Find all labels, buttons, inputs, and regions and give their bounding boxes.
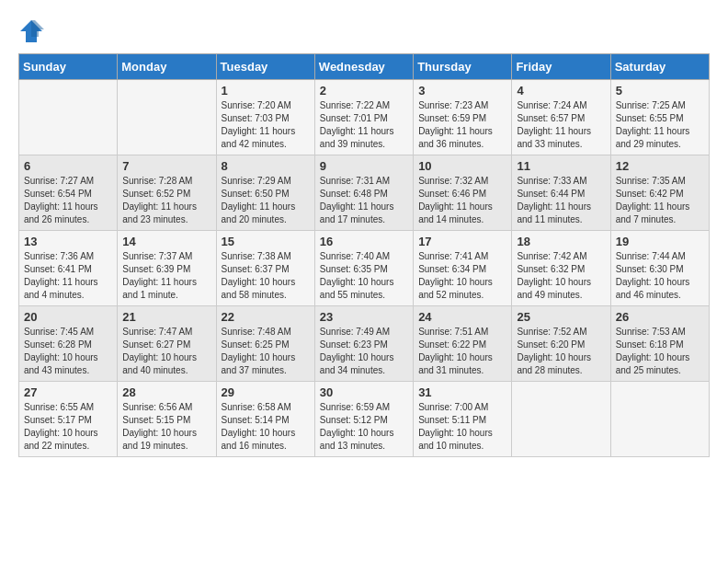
cell-content: Sunrise: 7:29 AM Sunset: 6:50 PM Dayligh… [222, 175, 310, 226]
calendar-week-row: 27Sunrise: 6:55 AM Sunset: 5:17 PM Dayli… [19, 382, 710, 457]
cell-content: Sunrise: 7:45 AM Sunset: 6:28 PM Dayligh… [24, 326, 112, 377]
day-of-week-header: Thursday [414, 54, 512, 80]
day-number: 10 [418, 159, 506, 173]
day-number: 8 [222, 159, 310, 173]
cell-content: Sunrise: 7:24 AM Sunset: 6:57 PM Dayligh… [517, 99, 605, 151]
day-number: 15 [222, 235, 310, 248]
cell-content: Sunrise: 6:58 AM Sunset: 5:14 PM Dayligh… [222, 401, 310, 453]
calendar-cell: 15Sunrise: 7:38 AM Sunset: 6:37 PM Dayli… [216, 231, 314, 306]
calendar-cell: 26Sunrise: 7:53 AM Sunset: 6:18 PM Dayli… [610, 306, 709, 382]
calendar-cell: 9Sunrise: 7:31 AM Sunset: 6:48 PM Daylig… [314, 155, 413, 231]
day-number: 18 [517, 235, 605, 248]
cell-content: Sunrise: 6:56 AM Sunset: 5:15 PM Dayligh… [122, 401, 210, 453]
cell-content: Sunrise: 7:41 AM Sunset: 6:34 PM Dayligh… [418, 250, 506, 302]
day-of-week-header: Monday [118, 54, 216, 80]
day-number: 22 [222, 310, 310, 324]
cell-content: Sunrise: 7:33 AM Sunset: 6:44 PM Dayligh… [517, 175, 605, 226]
day-of-week-header: Saturday [610, 54, 709, 80]
day-number: 20 [24, 310, 112, 324]
day-number: 17 [418, 235, 506, 248]
calendar-week-row: 1Sunrise: 7:20 AM Sunset: 7:03 PM Daylig… [19, 80, 710, 155]
cell-content: Sunrise: 7:47 AM Sunset: 6:27 PM Dayligh… [122, 326, 210, 377]
cell-content: Sunrise: 7:23 AM Sunset: 6:59 PM Dayligh… [418, 99, 506, 151]
calendar-week-row: 6Sunrise: 7:27 AM Sunset: 6:54 PM Daylig… [19, 155, 710, 231]
cell-content: Sunrise: 7:20 AM Sunset: 7:03 PM Dayligh… [222, 99, 310, 151]
cell-content: Sunrise: 7:35 AM Sunset: 6:42 PM Dayligh… [616, 175, 704, 226]
calendar-cell: 2Sunrise: 7:22 AM Sunset: 7:01 PM Daylig… [314, 80, 413, 155]
cell-content: Sunrise: 7:22 AM Sunset: 7:01 PM Dayligh… [320, 99, 408, 151]
cell-content: Sunrise: 7:37 AM Sunset: 6:39 PM Dayligh… [122, 250, 210, 302]
calendar-cell: 28Sunrise: 6:56 AM Sunset: 5:15 PM Dayli… [118, 382, 216, 457]
day-number: 30 [320, 385, 408, 399]
day-number: 4 [517, 84, 605, 98]
calendar-week-row: 20Sunrise: 7:45 AM Sunset: 6:28 PM Dayli… [19, 306, 710, 382]
day-number: 9 [320, 159, 408, 173]
day-number: 12 [616, 159, 704, 173]
day-number: 24 [418, 310, 506, 324]
day-number: 31 [418, 385, 506, 399]
day-number: 2 [320, 84, 408, 98]
logo-icon [18, 18, 44, 44]
day-of-week-header: Tuesday [216, 54, 314, 80]
day-of-week-header: Wednesday [314, 54, 413, 80]
calendar-cell: 21Sunrise: 7:47 AM Sunset: 6:27 PM Dayli… [118, 306, 216, 382]
cell-content: Sunrise: 7:42 AM Sunset: 6:32 PM Dayligh… [517, 250, 605, 302]
day-of-week-header: Friday [512, 54, 610, 80]
calendar-header-row: SundayMondayTuesdayWednesdayThursdayFrid… [19, 54, 710, 80]
cell-content: Sunrise: 7:48 AM Sunset: 6:25 PM Dayligh… [222, 326, 310, 377]
day-number: 13 [24, 235, 112, 248]
svg-marker-1 [31, 20, 44, 37]
cell-content: Sunrise: 7:53 AM Sunset: 6:18 PM Dayligh… [616, 326, 704, 377]
day-number: 16 [320, 235, 408, 248]
cell-content: Sunrise: 7:00 AM Sunset: 5:11 PM Dayligh… [418, 401, 506, 453]
day-number: 28 [122, 385, 210, 399]
logo [18, 18, 48, 44]
calendar-cell: 14Sunrise: 7:37 AM Sunset: 6:39 PM Dayli… [118, 231, 216, 306]
calendar-cell: 13Sunrise: 7:36 AM Sunset: 6:41 PM Dayli… [19, 231, 118, 306]
cell-content: Sunrise: 7:36 AM Sunset: 6:41 PM Dayligh… [24, 250, 112, 302]
day-number: 3 [418, 84, 506, 98]
calendar-cell: 19Sunrise: 7:44 AM Sunset: 6:30 PM Dayli… [610, 231, 709, 306]
cell-content: Sunrise: 7:25 AM Sunset: 6:55 PM Dayligh… [616, 99, 704, 151]
day-number: 14 [122, 235, 210, 248]
calendar-cell: 22Sunrise: 7:48 AM Sunset: 6:25 PM Dayli… [216, 306, 314, 382]
calendar-cell: 1Sunrise: 7:20 AM Sunset: 7:03 PM Daylig… [216, 80, 314, 155]
calendar-cell: 17Sunrise: 7:41 AM Sunset: 6:34 PM Dayli… [414, 231, 512, 306]
day-number: 21 [122, 310, 210, 324]
day-number: 1 [222, 84, 310, 98]
calendar-table: SundayMondayTuesdayWednesdayThursdayFrid… [18, 53, 710, 457]
day-number: 19 [616, 235, 704, 248]
calendar-cell: 20Sunrise: 7:45 AM Sunset: 6:28 PM Dayli… [19, 306, 118, 382]
cell-content: Sunrise: 7:38 AM Sunset: 6:37 PM Dayligh… [222, 250, 310, 302]
calendar-cell [512, 382, 610, 457]
calendar-cell: 7Sunrise: 7:28 AM Sunset: 6:52 PM Daylig… [118, 155, 216, 231]
calendar-cell: 12Sunrise: 7:35 AM Sunset: 6:42 PM Dayli… [610, 155, 709, 231]
cell-content: Sunrise: 7:40 AM Sunset: 6:35 PM Dayligh… [320, 250, 408, 302]
cell-content: Sunrise: 7:28 AM Sunset: 6:52 PM Dayligh… [122, 175, 210, 226]
calendar-cell: 5Sunrise: 7:25 AM Sunset: 6:55 PM Daylig… [610, 80, 709, 155]
calendar-cell: 4Sunrise: 7:24 AM Sunset: 6:57 PM Daylig… [512, 80, 610, 155]
calendar-cell: 3Sunrise: 7:23 AM Sunset: 6:59 PM Daylig… [414, 80, 512, 155]
calendar-cell: 29Sunrise: 6:58 AM Sunset: 5:14 PM Dayli… [216, 382, 314, 457]
day-number: 5 [616, 84, 704, 98]
cell-content: Sunrise: 7:52 AM Sunset: 6:20 PM Dayligh… [517, 326, 605, 377]
cell-content: Sunrise: 6:55 AM Sunset: 5:17 PM Dayligh… [24, 401, 112, 453]
cell-content: Sunrise: 6:59 AM Sunset: 5:12 PM Dayligh… [320, 401, 408, 453]
cell-content: Sunrise: 7:49 AM Sunset: 6:23 PM Dayligh… [320, 326, 408, 377]
day-number: 29 [222, 385, 310, 399]
calendar-cell: 8Sunrise: 7:29 AM Sunset: 6:50 PM Daylig… [216, 155, 314, 231]
cell-content: Sunrise: 7:32 AM Sunset: 6:46 PM Dayligh… [418, 175, 506, 226]
calendar-cell [610, 382, 709, 457]
calendar-cell: 24Sunrise: 7:51 AM Sunset: 6:22 PM Dayli… [414, 306, 512, 382]
day-number: 23 [320, 310, 408, 324]
cell-content: Sunrise: 7:44 AM Sunset: 6:30 PM Dayligh… [616, 250, 704, 302]
calendar-week-row: 13Sunrise: 7:36 AM Sunset: 6:41 PM Dayli… [19, 231, 710, 306]
calendar-cell: 11Sunrise: 7:33 AM Sunset: 6:44 PM Dayli… [512, 155, 610, 231]
calendar-cell: 30Sunrise: 6:59 AM Sunset: 5:12 PM Dayli… [314, 382, 413, 457]
calendar-cell: 23Sunrise: 7:49 AM Sunset: 6:23 PM Dayli… [314, 306, 413, 382]
calendar-cell: 6Sunrise: 7:27 AM Sunset: 6:54 PM Daylig… [19, 155, 118, 231]
cell-content: Sunrise: 7:31 AM Sunset: 6:48 PM Dayligh… [320, 175, 408, 226]
calendar-cell [118, 80, 216, 155]
day-number: 6 [24, 159, 112, 173]
calendar-cell: 31Sunrise: 7:00 AM Sunset: 5:11 PM Dayli… [414, 382, 512, 457]
